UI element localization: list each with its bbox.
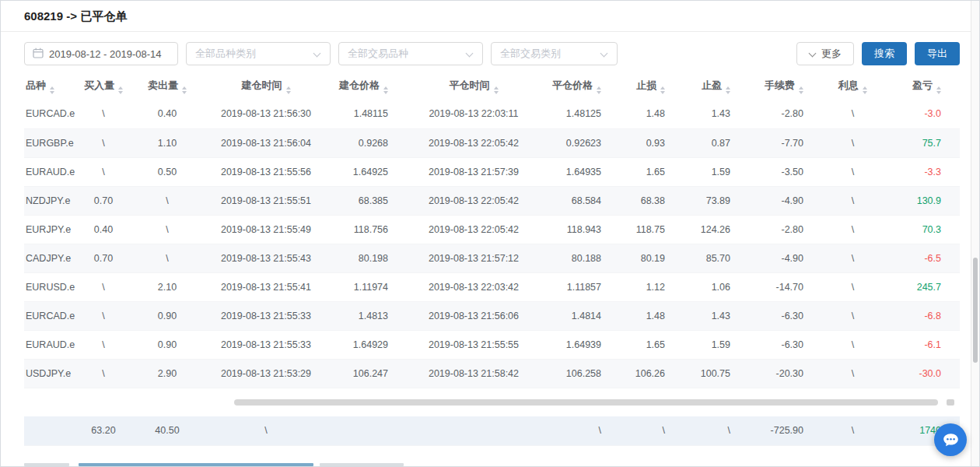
column-header-open-time[interactable]: 建仓时间 xyxy=(203,73,329,100)
cell-commission: -6.30 xyxy=(749,301,822,330)
column-header-close-time[interactable]: 平仓时间 xyxy=(407,73,541,100)
summary-table: 63.2040.50\\\\-725.90\1740 xyxy=(24,416,960,447)
cell-take-profit: 1.59 xyxy=(684,157,749,186)
column-header-interest[interactable]: 利息 xyxy=(822,73,884,100)
sort-icon[interactable] xyxy=(50,86,54,94)
date-range-picker[interactable]: 2019-08-12 - 2019-08-14 xyxy=(24,42,178,65)
search-button[interactable]: 搜索 xyxy=(862,42,907,65)
table-body: EURCAD.e\0.402019-08-13 21:56:301.481152… xyxy=(24,100,960,388)
cell-interest: \ xyxy=(822,272,884,301)
cell-profit: -6.5 xyxy=(884,244,960,272)
table-row: EURGBP.e\1.102019-08-13 21:56:040.926820… xyxy=(24,128,960,157)
column-header-buy-volume[interactable]: 买入量 xyxy=(75,73,131,100)
sort-icon[interactable] xyxy=(863,86,867,94)
cell-open-price: 1.64925 xyxy=(329,157,407,186)
horizontal-scrollbar-thumb[interactable] xyxy=(234,399,938,406)
export-button-label: 导出 xyxy=(927,47,947,61)
date-range-value: 2019-08-12 - 2019-08-14 xyxy=(49,48,162,60)
cell-open-time: 2019-08-13 21:55:49 xyxy=(203,215,329,244)
column-header-symbol[interactable]: 品种 xyxy=(24,73,75,100)
sort-icon[interactable] xyxy=(494,86,499,94)
cell-close-price: 106.258 xyxy=(541,359,620,388)
cell-symbol: EURCAD.e xyxy=(24,100,75,128)
cell-take-profit: 0.87 xyxy=(684,128,749,157)
chat-button[interactable] xyxy=(934,423,967,456)
cell-close-time: 2019-08-13 22:05:42 xyxy=(407,215,541,244)
cell-symbol: EURCAD.e xyxy=(24,301,75,330)
column-header-stop-loss[interactable]: 止损 xyxy=(620,73,684,100)
cell-interest: \ xyxy=(822,215,884,244)
vertical-scrollbar-thumb[interactable] xyxy=(973,258,978,363)
column-header-close-price[interactable]: 平仓价格 xyxy=(541,73,620,100)
symbol-select[interactable]: 全部交易品种 xyxy=(338,42,483,65)
column-label: 买入量 xyxy=(84,79,114,91)
sort-icon[interactable] xyxy=(383,86,388,94)
cell-open-price: 68.385 xyxy=(329,186,407,215)
cell-sell-volume: \ xyxy=(131,244,203,272)
cell-take-profit: 100.75 xyxy=(684,359,749,388)
cell-symbol: EURGBP.e xyxy=(24,128,75,157)
cell-commission: -2.80 xyxy=(749,100,822,128)
sort-icon[interactable] xyxy=(118,86,123,94)
column-header-profit[interactable]: 盈亏 xyxy=(884,73,960,100)
cell-symbol: EURAUD.e xyxy=(24,330,75,359)
vertical-scrollbar[interactable] xyxy=(971,1,979,466)
cell-buy-volume: \ xyxy=(75,359,131,388)
below-fold-content-edge xyxy=(79,463,313,466)
category-select[interactable]: 全部品种类别 xyxy=(186,42,331,65)
cell-close-price: 0.92623 xyxy=(541,128,620,157)
table-row: NZDJPY.e0.70\2019-08-13 21:55:5168.38520… xyxy=(24,186,960,215)
cell-take-profit: 1.59 xyxy=(684,330,749,359)
sort-icon[interactable] xyxy=(936,86,941,94)
sort-icon[interactable] xyxy=(286,86,291,94)
summary-row: 63.2040.50\\\\-725.90\1740 xyxy=(24,416,960,446)
cell-profit: -6.8 xyxy=(884,301,960,330)
trade-type-select[interactable]: 全部交易类别 xyxy=(491,42,618,65)
cell-close-time: 2019-08-13 22:03:11 xyxy=(407,100,541,128)
summary-open-time: \ xyxy=(203,416,329,446)
cell-interest: \ xyxy=(822,186,884,215)
table-row: EURAUD.e\0.502019-08-13 21:55:561.649252… xyxy=(24,157,960,186)
summary-close-time xyxy=(407,416,541,446)
column-header-sell-volume[interactable]: 卖出量 xyxy=(131,73,203,100)
horizontal-scrollbar[interactable] xyxy=(24,399,960,406)
cell-open-time: 2019-08-13 21:56:30 xyxy=(203,100,329,128)
cell-profit: 75.7 xyxy=(884,128,960,157)
cell-interest: \ xyxy=(822,301,884,330)
column-label: 利息 xyxy=(838,79,859,91)
cell-buy-volume: 0.40 xyxy=(75,215,131,244)
sort-icon[interactable] xyxy=(182,86,187,94)
more-button[interactable]: 更多 xyxy=(796,42,854,65)
sort-icon[interactable] xyxy=(799,86,803,94)
category-select-value: 全部品种类别 xyxy=(195,47,256,61)
cell-buy-volume: 0.70 xyxy=(75,244,131,272)
sort-icon[interactable] xyxy=(726,86,730,94)
cell-close-time: 2019-08-13 21:57:12 xyxy=(407,244,541,272)
chevron-down-icon xyxy=(809,51,817,57)
column-header-take-profit[interactable]: 止盈 xyxy=(684,73,749,100)
cell-open-time: 2019-08-13 21:55:43 xyxy=(203,244,329,272)
cell-take-profit: 124.26 xyxy=(684,215,749,244)
sort-icon[interactable] xyxy=(660,86,665,94)
sort-icon[interactable] xyxy=(597,86,601,94)
column-header-commission[interactable]: 手续费 xyxy=(749,73,822,100)
export-button[interactable]: 导出 xyxy=(915,42,960,65)
closed-positions-table: 品种买入量卖出量建仓时间建仓价格平仓时间平仓价格止损止盈手续费利息盈亏 EURC… xyxy=(24,73,960,388)
cell-commission: -14.70 xyxy=(749,272,822,301)
summary-commission: -725.90 xyxy=(749,416,822,446)
chevron-down-icon xyxy=(600,51,608,57)
cell-close-price: 80.188 xyxy=(541,244,620,272)
column-label: 建仓时间 xyxy=(242,79,282,91)
cell-symbol: USDJPY.e xyxy=(24,359,75,388)
cell-commission: -4.90 xyxy=(749,186,822,215)
cell-profit: -3.0 xyxy=(884,100,960,128)
cell-interest: \ xyxy=(822,100,884,128)
cell-close-price: 68.584 xyxy=(541,186,620,215)
cell-open-time: 2019-08-13 21:55:33 xyxy=(203,330,329,359)
column-header-open-price[interactable]: 建仓价格 xyxy=(329,73,407,100)
cell-buy-volume: \ xyxy=(75,128,131,157)
more-button-label: 更多 xyxy=(821,47,842,61)
cell-close-price: 1.64935 xyxy=(541,157,620,186)
cell-open-price: 1.4813 xyxy=(329,301,407,330)
cell-interest: \ xyxy=(822,244,884,272)
